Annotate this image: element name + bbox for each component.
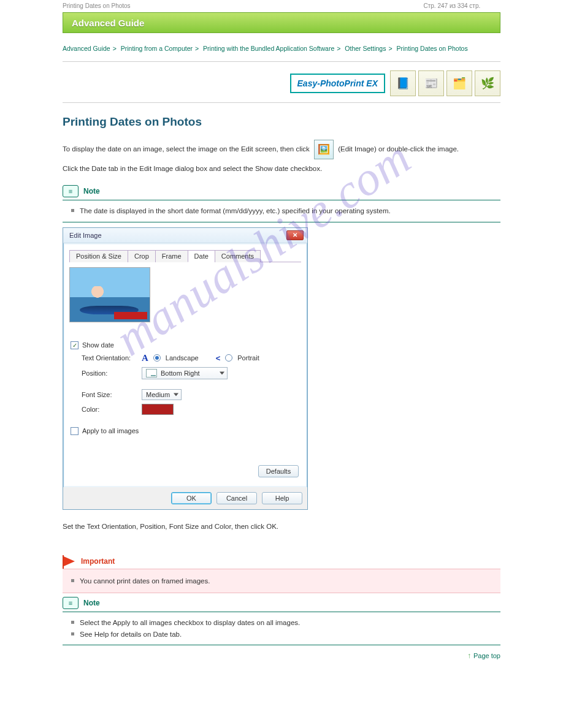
orientation-portrait-radio[interactable]: [225, 354, 232, 362]
close-button[interactable]: ✕: [286, 230, 304, 240]
portrait-icon: <: [216, 354, 221, 363]
note-title: Note: [83, 599, 100, 607]
banner: Advanced Guide: [63, 12, 500, 33]
tab-comments[interactable]: Comments: [215, 250, 261, 262]
show-date-checkbox[interactable]: ✓: [71, 341, 79, 349]
flag-icon: [63, 556, 76, 566]
note-icon: ≡: [63, 185, 79, 197]
list-item: Select the Apply to all images checkbox …: [80, 617, 500, 628]
dialog-title: Edit Image: [69, 232, 102, 239]
color-picker[interactable]: [142, 404, 174, 415]
list-item: The date is displayed in the short date …: [80, 205, 500, 216]
tab-frame[interactable]: Frame: [155, 250, 188, 262]
page-header-label: Printing Dates on Photos: [63, 2, 131, 9]
bc-item: Printing Dates on Photos: [397, 45, 468, 52]
ok-button[interactable]: OK: [171, 492, 212, 504]
edit-image-icon[interactable]: 🖼️: [314, 140, 334, 159]
bc-item[interactable]: Advanced Guide: [63, 45, 110, 52]
position-swatch-icon: [146, 369, 157, 377]
intro-para-2: Click the Date tab in the Edit Image dia…: [63, 163, 500, 174]
dialog-tabs: Position & Size Crop Frame Date Comments: [69, 249, 301, 262]
list-item: See Help for details on Date tab.: [80, 629, 500, 640]
important-title: Important: [81, 557, 115, 566]
defaults-button[interactable]: Defaults: [258, 465, 299, 477]
note-title: Note: [83, 187, 100, 195]
orientation-landscape-text: Landscape: [166, 354, 199, 362]
date-overlay-preview: [114, 312, 147, 319]
bc-item[interactable]: Printing with the Bundled Application So…: [203, 45, 334, 52]
apply-all-label: Apply to all images: [82, 427, 139, 434]
help-button[interactable]: Help: [262, 492, 302, 504]
tab-date[interactable]: Date: [188, 250, 215, 262]
after-dialog-text: Set the Text Orientation, Position, Font…: [63, 521, 500, 532]
orientation-portrait-text: Portrait: [237, 354, 259, 362]
tab-position-size[interactable]: Position & Size: [69, 250, 128, 262]
orientation-label: Text Orientation:: [82, 354, 137, 362]
show-date-label: Show date: [82, 341, 114, 349]
bc-item[interactable]: Other Settings: [345, 45, 386, 52]
position-label: Position:: [82, 370, 137, 377]
landscape-icon: A: [142, 353, 148, 363]
thumb-sticker-icon[interactable]: 🌿: [475, 70, 500, 96]
up-arrow-icon: ↑: [467, 651, 473, 660]
page-number: Стр. 247 из 334 стр.: [424, 2, 481, 9]
cancel-button[interactable]: Cancel: [216, 492, 257, 504]
image-preview: [69, 267, 150, 322]
list-item: You cannot print dates on framed images.: [80, 575, 500, 586]
tab-crop[interactable]: Crop: [128, 250, 156, 262]
note-icon: ≡: [63, 597, 79, 609]
fontsize-label: Font Size:: [82, 391, 137, 398]
thumb-newspaper-icon[interactable]: 📰: [418, 70, 444, 96]
thumb-album-icon[interactable]: 📘: [390, 70, 416, 96]
color-label: Color:: [82, 406, 137, 413]
apply-all-checkbox[interactable]: [71, 427, 79, 435]
edit-image-dialog: Edit Image ✕ Position & Size Crop Frame …: [63, 227, 308, 510]
easy-photoprint-badge: Easy-PhotoPrint EX: [290, 74, 385, 93]
note-list: The date is displayed in the short date …: [63, 203, 500, 219]
position-select[interactable]: Bottom Right: [142, 367, 228, 379]
banner-title: Advanced Guide: [72, 18, 144, 28]
breadcrumb: Advanced Guide> Printing from a Computer…: [63, 42, 500, 59]
page-title: Printing Dates on Photos: [63, 115, 500, 129]
page-top-link[interactable]: ↑Page top: [63, 651, 500, 660]
intro-para: To display the date on an image, select …: [63, 140, 500, 159]
thumb-grid-icon[interactable]: 🗂️: [446, 70, 472, 96]
orientation-landscape-radio[interactable]: [153, 354, 161, 362]
bc-item[interactable]: Printing from a Computer: [121, 45, 193, 52]
fontsize-select[interactable]: Medium: [142, 389, 182, 400]
